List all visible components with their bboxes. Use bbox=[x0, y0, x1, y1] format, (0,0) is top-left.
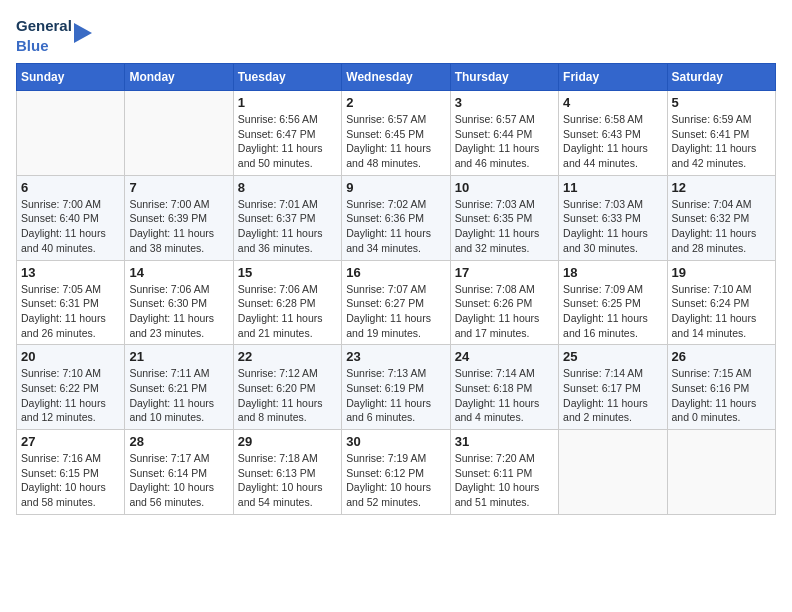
calendar-cell: 16Sunrise: 7:07 AMSunset: 6:27 PMDayligh… bbox=[342, 260, 450, 345]
cell-sun-info: Sunrise: 7:06 AMSunset: 6:30 PMDaylight:… bbox=[129, 282, 228, 341]
calendar-cell: 17Sunrise: 7:08 AMSunset: 6:26 PMDayligh… bbox=[450, 260, 558, 345]
cell-date-number: 9 bbox=[346, 180, 445, 195]
calendar-cell: 26Sunrise: 7:15 AMSunset: 6:16 PMDayligh… bbox=[667, 345, 775, 430]
week-row-5: 27Sunrise: 7:16 AMSunset: 6:15 PMDayligh… bbox=[17, 430, 776, 515]
calendar-cell: 6Sunrise: 7:00 AMSunset: 6:40 PMDaylight… bbox=[17, 175, 125, 260]
cell-sun-info: Sunrise: 7:00 AMSunset: 6:39 PMDaylight:… bbox=[129, 197, 228, 256]
cell-sun-info: Sunrise: 7:11 AMSunset: 6:21 PMDaylight:… bbox=[129, 366, 228, 425]
calendar-cell: 13Sunrise: 7:05 AMSunset: 6:31 PMDayligh… bbox=[17, 260, 125, 345]
calendar-cell: 24Sunrise: 7:14 AMSunset: 6:18 PMDayligh… bbox=[450, 345, 558, 430]
cell-date-number: 17 bbox=[455, 265, 554, 280]
cell-date-number: 30 bbox=[346, 434, 445, 449]
calendar-cell: 8Sunrise: 7:01 AMSunset: 6:37 PMDaylight… bbox=[233, 175, 341, 260]
cell-sun-info: Sunrise: 7:09 AMSunset: 6:25 PMDaylight:… bbox=[563, 282, 662, 341]
calendar-cell: 3Sunrise: 6:57 AMSunset: 6:44 PMDaylight… bbox=[450, 91, 558, 176]
calendar-cell: 21Sunrise: 7:11 AMSunset: 6:21 PMDayligh… bbox=[125, 345, 233, 430]
week-row-3: 13Sunrise: 7:05 AMSunset: 6:31 PMDayligh… bbox=[17, 260, 776, 345]
cell-sun-info: Sunrise: 7:05 AMSunset: 6:31 PMDaylight:… bbox=[21, 282, 120, 341]
cell-sun-info: Sunrise: 7:20 AMSunset: 6:11 PMDaylight:… bbox=[455, 451, 554, 510]
cell-date-number: 28 bbox=[129, 434, 228, 449]
cell-date-number: 21 bbox=[129, 349, 228, 364]
logo: GeneralBlue bbox=[16, 16, 92, 55]
calendar-cell bbox=[667, 430, 775, 515]
cell-date-number: 5 bbox=[672, 95, 771, 110]
cell-date-number: 7 bbox=[129, 180, 228, 195]
calendar-cell bbox=[559, 430, 667, 515]
cell-date-number: 20 bbox=[21, 349, 120, 364]
cell-sun-info: Sunrise: 6:57 AMSunset: 6:44 PMDaylight:… bbox=[455, 112, 554, 171]
cell-sun-info: Sunrise: 7:18 AMSunset: 6:13 PMDaylight:… bbox=[238, 451, 337, 510]
cell-date-number: 22 bbox=[238, 349, 337, 364]
cell-sun-info: Sunrise: 7:03 AMSunset: 6:35 PMDaylight:… bbox=[455, 197, 554, 256]
svg-marker-0 bbox=[74, 23, 92, 43]
calendar-cell: 14Sunrise: 7:06 AMSunset: 6:30 PMDayligh… bbox=[125, 260, 233, 345]
calendar-cell bbox=[125, 91, 233, 176]
calendar-cell: 29Sunrise: 7:18 AMSunset: 6:13 PMDayligh… bbox=[233, 430, 341, 515]
cell-sun-info: Sunrise: 7:14 AMSunset: 6:17 PMDaylight:… bbox=[563, 366, 662, 425]
cell-date-number: 6 bbox=[21, 180, 120, 195]
cell-sun-info: Sunrise: 7:13 AMSunset: 6:19 PMDaylight:… bbox=[346, 366, 445, 425]
col-header-saturday: Saturday bbox=[667, 64, 775, 91]
cell-date-number: 27 bbox=[21, 434, 120, 449]
cell-date-number: 29 bbox=[238, 434, 337, 449]
col-header-monday: Monday bbox=[125, 64, 233, 91]
cell-sun-info: Sunrise: 6:56 AMSunset: 6:47 PMDaylight:… bbox=[238, 112, 337, 171]
cell-sun-info: Sunrise: 7:01 AMSunset: 6:37 PMDaylight:… bbox=[238, 197, 337, 256]
calendar-cell bbox=[17, 91, 125, 176]
cell-sun-info: Sunrise: 7:16 AMSunset: 6:15 PMDaylight:… bbox=[21, 451, 120, 510]
cell-date-number: 25 bbox=[563, 349, 662, 364]
logo-arrow-icon bbox=[74, 23, 92, 49]
cell-date-number: 19 bbox=[672, 265, 771, 280]
cell-sun-info: Sunrise: 7:14 AMSunset: 6:18 PMDaylight:… bbox=[455, 366, 554, 425]
cell-date-number: 10 bbox=[455, 180, 554, 195]
page-header: GeneralBlue bbox=[16, 16, 776, 55]
calendar-cell: 4Sunrise: 6:58 AMSunset: 6:43 PMDaylight… bbox=[559, 91, 667, 176]
cell-date-number: 15 bbox=[238, 265, 337, 280]
calendar-cell: 10Sunrise: 7:03 AMSunset: 6:35 PMDayligh… bbox=[450, 175, 558, 260]
cell-date-number: 3 bbox=[455, 95, 554, 110]
col-header-friday: Friday bbox=[559, 64, 667, 91]
cell-sun-info: Sunrise: 7:08 AMSunset: 6:26 PMDaylight:… bbox=[455, 282, 554, 341]
cell-sun-info: Sunrise: 6:58 AMSunset: 6:43 PMDaylight:… bbox=[563, 112, 662, 171]
cell-sun-info: Sunrise: 7:00 AMSunset: 6:40 PMDaylight:… bbox=[21, 197, 120, 256]
calendar-cell: 27Sunrise: 7:16 AMSunset: 6:15 PMDayligh… bbox=[17, 430, 125, 515]
calendar-table: SundayMondayTuesdayWednesdayThursdayFrid… bbox=[16, 63, 776, 515]
calendar-cell: 30Sunrise: 7:19 AMSunset: 6:12 PMDayligh… bbox=[342, 430, 450, 515]
cell-sun-info: Sunrise: 6:57 AMSunset: 6:45 PMDaylight:… bbox=[346, 112, 445, 171]
calendar-cell: 1Sunrise: 6:56 AMSunset: 6:47 PMDaylight… bbox=[233, 91, 341, 176]
cell-date-number: 13 bbox=[21, 265, 120, 280]
cell-sun-info: Sunrise: 6:59 AMSunset: 6:41 PMDaylight:… bbox=[672, 112, 771, 171]
cell-sun-info: Sunrise: 7:03 AMSunset: 6:33 PMDaylight:… bbox=[563, 197, 662, 256]
calendar-cell: 22Sunrise: 7:12 AMSunset: 6:20 PMDayligh… bbox=[233, 345, 341, 430]
cell-date-number: 31 bbox=[455, 434, 554, 449]
cell-sun-info: Sunrise: 7:15 AMSunset: 6:16 PMDaylight:… bbox=[672, 366, 771, 425]
cell-sun-info: Sunrise: 7:12 AMSunset: 6:20 PMDaylight:… bbox=[238, 366, 337, 425]
cell-sun-info: Sunrise: 7:10 AMSunset: 6:22 PMDaylight:… bbox=[21, 366, 120, 425]
calendar-cell: 12Sunrise: 7:04 AMSunset: 6:32 PMDayligh… bbox=[667, 175, 775, 260]
calendar-cell: 20Sunrise: 7:10 AMSunset: 6:22 PMDayligh… bbox=[17, 345, 125, 430]
cell-sun-info: Sunrise: 7:07 AMSunset: 6:27 PMDaylight:… bbox=[346, 282, 445, 341]
calendar-cell: 28Sunrise: 7:17 AMSunset: 6:14 PMDayligh… bbox=[125, 430, 233, 515]
col-header-tuesday: Tuesday bbox=[233, 64, 341, 91]
calendar-cell: 31Sunrise: 7:20 AMSunset: 6:11 PMDayligh… bbox=[450, 430, 558, 515]
cell-date-number: 23 bbox=[346, 349, 445, 364]
cell-date-number: 24 bbox=[455, 349, 554, 364]
calendar-cell: 25Sunrise: 7:14 AMSunset: 6:17 PMDayligh… bbox=[559, 345, 667, 430]
col-header-thursday: Thursday bbox=[450, 64, 558, 91]
cell-sun-info: Sunrise: 7:17 AMSunset: 6:14 PMDaylight:… bbox=[129, 451, 228, 510]
cell-date-number: 2 bbox=[346, 95, 445, 110]
cell-sun-info: Sunrise: 7:10 AMSunset: 6:24 PMDaylight:… bbox=[672, 282, 771, 341]
week-row-4: 20Sunrise: 7:10 AMSunset: 6:22 PMDayligh… bbox=[17, 345, 776, 430]
cell-date-number: 26 bbox=[672, 349, 771, 364]
cell-date-number: 8 bbox=[238, 180, 337, 195]
calendar-cell: 15Sunrise: 7:06 AMSunset: 6:28 PMDayligh… bbox=[233, 260, 341, 345]
logo: GeneralBlue bbox=[16, 16, 92, 55]
calendar-cell: 19Sunrise: 7:10 AMSunset: 6:24 PMDayligh… bbox=[667, 260, 775, 345]
cell-sun-info: Sunrise: 7:06 AMSunset: 6:28 PMDaylight:… bbox=[238, 282, 337, 341]
cell-sun-info: Sunrise: 7:02 AMSunset: 6:36 PMDaylight:… bbox=[346, 197, 445, 256]
cell-date-number: 18 bbox=[563, 265, 662, 280]
cell-date-number: 12 bbox=[672, 180, 771, 195]
week-row-2: 6Sunrise: 7:00 AMSunset: 6:40 PMDaylight… bbox=[17, 175, 776, 260]
col-header-sunday: Sunday bbox=[17, 64, 125, 91]
calendar-cell: 23Sunrise: 7:13 AMSunset: 6:19 PMDayligh… bbox=[342, 345, 450, 430]
